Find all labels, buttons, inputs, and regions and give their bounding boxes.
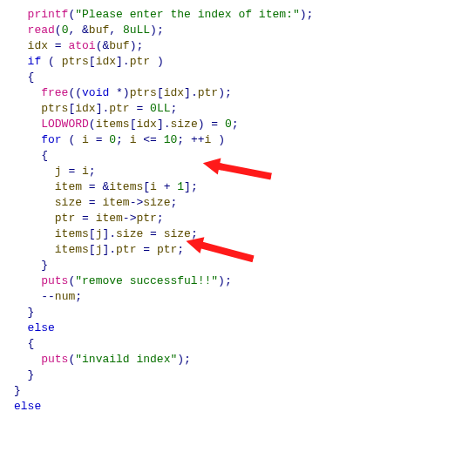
code-line: for ( i = 0; i <= 10; ++i ) [14,132,462,148]
code-token: ptr [130,55,150,68]
code-token: item [55,180,82,193]
code-token: ; [177,243,184,256]
code-token: ptrs [130,86,157,99]
code-token: idx [164,86,184,99]
code-token: , [109,24,123,37]
code-token: item [102,196,129,209]
code-token: { [28,71,35,84]
code-token: free [41,86,68,99]
code-token: i [82,133,89,146]
code-line: else [14,399,462,415]
code-line: printf("Please enter the index of item:"… [14,7,462,23]
code-token: ) [150,55,164,68]
code-token: (& [96,39,110,52]
code-token: = [75,212,95,225]
code-token: 0 [225,118,232,131]
code-line: LODWORD(items[idx].size) = 0; [14,117,462,132]
code-line: read(0, &buf, 8uLL); [14,23,462,38]
code-line: } [14,368,462,383]
code-token: ptrs [41,102,68,115]
code-token: ); [218,86,232,99]
code-token: ; [191,227,198,240]
code-token: ; [170,196,177,209]
code-line: item = &items[i + 1]; [14,179,462,195]
code-line: ptr = item->ptr; [14,211,462,226]
code-token: ( [89,118,96,131]
code-token: = [130,102,150,115]
code-token: + [157,180,177,193]
code-token: ); [177,353,191,366]
code-token: [ [89,227,96,240]
code-block: printf("Please enter the index of item:"… [14,7,462,415]
code-token: ptr [198,86,218,99]
code-token: 8uLL [123,24,150,37]
code-line: puts("invaild index"); [14,352,462,368]
code-line: ptrs[idx].ptr = 0LL; [14,101,462,117]
code-token: } [41,259,48,272]
code-token: = [143,227,163,240]
code-token: if [28,55,42,68]
code-token: ptr [109,102,129,115]
code-token: else [28,321,55,334]
code-token: idx [136,118,156,131]
code-token: } [28,368,35,381]
code-token: ); [218,274,232,287]
code-token: items [96,118,130,131]
code-token: ( [41,55,61,68]
code-token: LODWORD [41,118,89,131]
code-token: ; [89,165,96,178]
code-token: i [150,180,157,193]
code-token: } [14,384,21,397]
code-token: ptr [136,212,156,225]
code-line: idx = atoi(&buf); [14,38,462,54]
code-line: items[j].size = size; [14,226,462,242]
code-token: atoi [68,39,95,52]
code-token: *) [109,86,129,99]
code-token: buf [89,24,109,37]
code-token: for [41,133,61,146]
code-line: --num; [14,289,462,305]
code-line: { [14,336,462,352]
code-token: ) [211,133,225,146]
code-token: idx [28,39,48,52]
code-token: [ [143,180,150,193]
code-token: ]. [184,86,198,99]
code-token: size [55,196,82,209]
code-line: { [14,148,462,164]
code-token: { [28,337,35,350]
code-token: ; [170,102,177,115]
code-token: ]. [157,118,171,131]
code-line: size = item->size; [14,195,462,211]
code-token: = [62,165,82,178]
code-token: (( [68,86,82,99]
code-token: ptrs [62,55,89,68]
code-token: ) = [198,118,225,131]
code-token: = [89,133,109,146]
code-token: ); [130,39,144,52]
code-token: void [82,86,109,99]
code-token: 1 [177,180,184,193]
code-line: j = i; [14,164,462,179]
code-token: [ [89,243,96,256]
code-line: } [14,258,462,273]
code-token: else [14,400,41,413]
code-token: size [116,227,143,240]
code-token: "remove successful!!" [75,274,218,287]
code-token: item [96,212,123,225]
code-token: idx [75,102,95,115]
code-token: ); [300,8,314,21]
code-token: size [143,196,170,209]
code-token: ptr [116,243,136,256]
code-token: ; [157,212,164,225]
code-token: = [82,196,102,209]
code-token: j [55,165,62,178]
code-token: , & [68,24,88,37]
code-token: ptr [157,243,177,256]
code-line: } [14,383,462,399]
code-token: } [28,306,35,319]
code-token: <= [136,133,163,146]
code-line: if ( ptrs[idx].ptr ) [14,54,462,70]
code-token: size [170,118,197,131]
code-token: items [55,243,89,256]
code-token: ; [232,118,239,131]
